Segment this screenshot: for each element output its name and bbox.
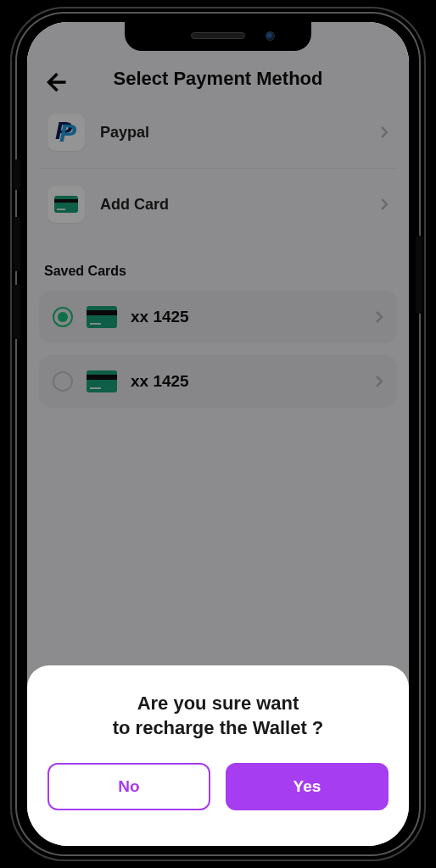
side-button xyxy=(416,236,422,314)
phone-frame: Select Payment Method PP Paypal xyxy=(10,7,426,861)
no-button[interactable]: No xyxy=(48,763,210,810)
speaker-grille xyxy=(191,32,245,39)
side-button xyxy=(14,217,20,271)
side-button xyxy=(14,159,20,190)
confirm-message: Are you sure want to recharge the Wallet… xyxy=(48,691,388,741)
notch xyxy=(125,22,311,51)
screen: Select Payment Method PP Paypal xyxy=(27,22,409,846)
side-button xyxy=(14,285,20,339)
confirm-button-row: No Yes xyxy=(48,763,388,810)
confirm-sheet: Are you sure want to recharge the Wallet… xyxy=(27,665,409,846)
front-camera xyxy=(266,31,275,41)
yes-button[interactable]: Yes xyxy=(226,763,388,810)
